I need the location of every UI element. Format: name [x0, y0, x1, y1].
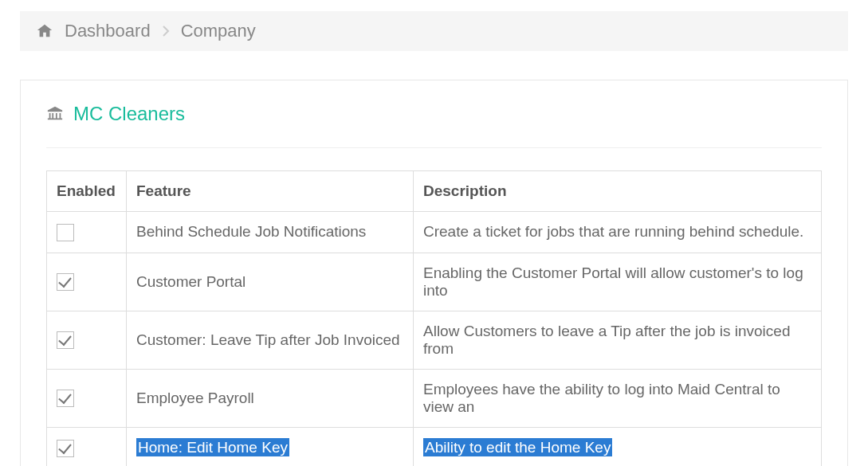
- feature-cell: Customer: Leave Tip after Job Invoiced: [127, 311, 414, 369]
- chevron-right-icon: [162, 25, 170, 37]
- feature-cell: Home: Edit Home Key: [127, 427, 414, 466]
- feature-cell: Customer Portal: [127, 253, 414, 311]
- description-cell: Allow Customers to leave a Tip after the…: [414, 311, 822, 369]
- company-name: MC Cleaners: [73, 103, 185, 125]
- th-enabled: Enabled: [47, 171, 127, 212]
- breadcrumb-current: Company: [181, 21, 256, 41]
- home-icon[interactable]: [36, 22, 53, 40]
- breadcrumb-dashboard[interactable]: Dashboard: [65, 21, 151, 41]
- enabled-checkbox[interactable]: [57, 440, 74, 457]
- description-cell: Create a ticket for jobs that are runnin…: [414, 212, 822, 253]
- enabled-checkbox[interactable]: [57, 390, 74, 407]
- table-row: Employee PayrollEmployees have the abili…: [47, 369, 822, 427]
- bank-icon: [46, 105, 64, 123]
- description-cell: Ability to edit the Home Key: [414, 427, 822, 466]
- feature-table: Enabled Feature Description Behind Sched…: [46, 170, 822, 466]
- company-panel: MC Cleaners Enabled Feature Description …: [20, 80, 848, 466]
- description-cell: Employees have the ability to log into M…: [414, 369, 822, 427]
- th-description: Description: [414, 171, 822, 212]
- th-feature: Feature: [127, 171, 414, 212]
- enabled-checkbox[interactable]: [57, 331, 74, 349]
- table-row: Behind Schedule Job NotificationsCreate …: [47, 212, 822, 253]
- feature-cell: Behind Schedule Job Notifications: [127, 212, 414, 253]
- table-row: Customer: Leave Tip after Job InvoicedAl…: [47, 311, 822, 369]
- panel-title: MC Cleaners: [46, 103, 822, 148]
- table-row: Home: Edit Home KeyAbility to edit the H…: [47, 427, 822, 466]
- description-cell: Enabling the Customer Portal will allow …: [414, 253, 822, 311]
- enabled-checkbox[interactable]: [57, 224, 74, 241]
- enabled-checkbox[interactable]: [57, 273, 74, 291]
- breadcrumb: Dashboard Company: [20, 11, 848, 51]
- table-row: Customer PortalEnabling the Customer Por…: [47, 253, 822, 311]
- feature-cell: Employee Payroll: [127, 369, 414, 427]
